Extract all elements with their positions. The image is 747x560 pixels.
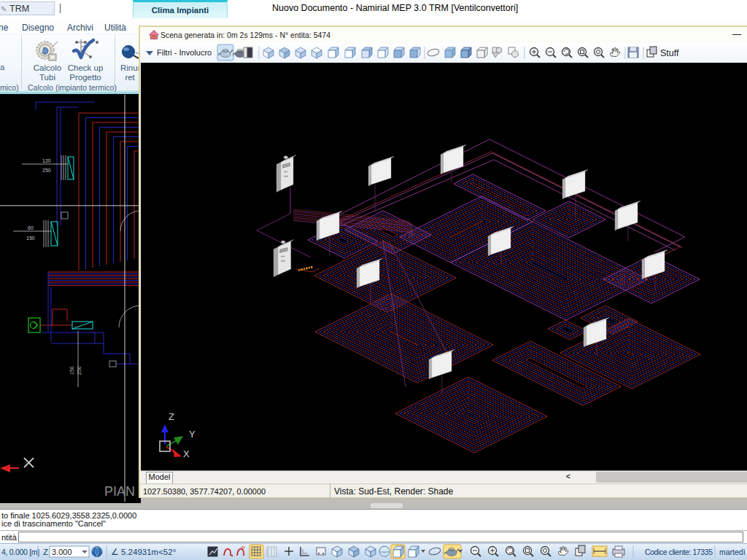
svg-text:4, 0.000 [m]: 4, 0.000 [m] bbox=[1, 548, 39, 556]
svg-text:250: 250 bbox=[77, 366, 82, 375]
svg-text:Y: Y bbox=[189, 429, 196, 440]
svg-text:150: 150 bbox=[69, 366, 74, 375]
svg-text:∠: ∠ bbox=[111, 547, 119, 557]
svg-text:martedì 13: martedì 13 bbox=[719, 548, 747, 556]
svg-text:250: 250 bbox=[42, 168, 51, 173]
svg-text:Z: Z bbox=[169, 411, 174, 422]
svg-text:3.000: 3.000 bbox=[52, 548, 72, 556]
svg-text:5.24931m<52°: 5.24931m<52° bbox=[121, 548, 176, 556]
svg-text:Filtri - Involucro: Filtri - Involucro bbox=[157, 48, 212, 57]
svg-text:120: 120 bbox=[42, 158, 51, 163]
svg-text:Codice cliente: 17335: Codice cliente: 17335 bbox=[645, 548, 713, 556]
svg-text:PIAN: PIAN bbox=[104, 484, 135, 499]
svg-text:X: X bbox=[183, 448, 190, 459]
svg-text:150: 150 bbox=[26, 236, 35, 241]
svg-text:Stuff: Stuff bbox=[660, 48, 679, 58]
svg-text:Z: Z bbox=[43, 548, 48, 556]
svg-text:60: 60 bbox=[28, 225, 34, 230]
